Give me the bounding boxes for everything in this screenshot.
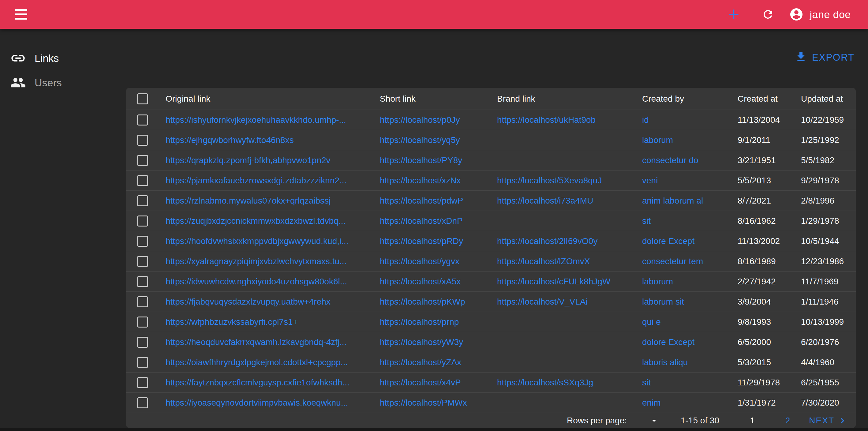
- short-link[interactable]: https://localhost/ygvx: [380, 256, 459, 266]
- next-label: NEXT: [809, 416, 834, 426]
- created-by-link[interactable]: consectetur tem: [642, 256, 703, 266]
- brand-link[interactable]: https://localhost/5Xeva8quJ: [497, 176, 602, 185]
- rows-per-page-select[interactable]: [649, 415, 659, 426]
- created-at-value: 6/5/2000: [738, 337, 771, 347]
- short-link[interactable]: https://localhost/pKWp: [380, 297, 465, 306]
- select-all-checkbox[interactable]: [137, 93, 148, 104]
- original-link[interactable]: https://iyoaseqynovdortviimpvbawis.koeqw…: [165, 398, 348, 407]
- short-link[interactable]: https://localhost/xDnP: [380, 216, 463, 225]
- updated-at-value: 4/4/1960: [801, 358, 834, 367]
- column-header-brand-link[interactable]: Brand link: [497, 94, 642, 104]
- short-link[interactable]: https://localhost/p0Jy: [380, 115, 460, 125]
- brand-link[interactable]: https://localhost/i73a4MU: [497, 196, 593, 206]
- brand-link[interactable]: https://localhost/V_VLAi: [497, 297, 588, 306]
- original-link[interactable]: https://ishyufornkvjkejxoehuhaavkkhdo.um…: [165, 115, 346, 125]
- created-at-value: 3/21/1951: [738, 155, 776, 165]
- column-header-original-link[interactable]: Original link: [165, 94, 380, 104]
- updated-at-value: 1/25/1992: [801, 135, 839, 145]
- page-button-2[interactable]: 2: [785, 416, 790, 426]
- short-link[interactable]: https://localhost/xA5x: [380, 277, 461, 286]
- row-checkbox[interactable]: [137, 377, 148, 388]
- created-by-link[interactable]: sit: [642, 378, 651, 387]
- column-header-created-by[interactable]: Created by: [642, 94, 738, 104]
- created-by-link[interactable]: laborum: [642, 277, 673, 286]
- menu-icon[interactable]: [15, 7, 27, 22]
- rows-per-page-label: Rows per page:: [567, 416, 627, 426]
- row-checkbox[interactable]: [137, 316, 148, 328]
- short-link[interactable]: https://localhost/pRDy: [380, 236, 463, 246]
- row-checkbox[interactable]: [137, 195, 148, 206]
- created-by-link[interactable]: anim laborum al: [642, 196, 703, 206]
- row-checkbox[interactable]: [137, 155, 148, 166]
- updated-at-value: 10/13/1999: [801, 317, 844, 327]
- brand-link[interactable]: https://localhost/ukHat9ob: [497, 115, 596, 125]
- column-header-updated-at[interactable]: Updated at: [801, 94, 856, 104]
- row-checkbox[interactable]: [137, 216, 148, 226]
- brand-link[interactable]: https://localhost/cFULk8hJgW: [497, 277, 610, 286]
- row-checkbox[interactable]: [137, 256, 148, 267]
- row-checkbox[interactable]: [137, 296, 148, 307]
- sidebar-item-users[interactable]: Users: [0, 70, 122, 95]
- export-button[interactable]: EXPORT: [794, 49, 856, 66]
- original-link[interactable]: https://oiawfhhryrdgxlpgkejmol.cdottxl+c…: [165, 358, 348, 367]
- account-circle-icon[interactable]: [789, 7, 804, 22]
- short-link[interactable]: https://localhost/pdwP: [380, 196, 463, 206]
- brand-link[interactable]: https://localhost/2lI69vO0y: [497, 236, 597, 246]
- created-by-link[interactable]: dolore Except: [642, 236, 694, 246]
- short-link[interactable]: https://localhost/xzNx: [380, 176, 461, 185]
- row-checkbox[interactable]: [137, 397, 148, 408]
- row-checkbox[interactable]: [137, 236, 148, 247]
- original-link[interactable]: https://ejhgqwborhwyfw.fto46n8xs: [165, 135, 294, 145]
- brand-link[interactable]: https://localhost/sSXq3Jg: [497, 378, 593, 387]
- original-link[interactable]: https://xyalragnayzpiqimjxvbzlwchvytxmax…: [165, 256, 346, 266]
- created-at-value: 9/8/1993: [738, 317, 771, 327]
- original-link[interactable]: https://wfphbzuzvkssabyrfi.cpl7s1+: [165, 317, 298, 327]
- brand-link[interactable]: https://localhost/lZOmvX: [497, 256, 590, 266]
- created-by-link[interactable]: qui e: [642, 317, 661, 327]
- original-link[interactable]: https://pjamkxafauebzrowsxdgi.zdtabzzzik…: [165, 176, 346, 185]
- short-link[interactable]: https://localhost/PMWx: [380, 398, 467, 407]
- created-by-link[interactable]: laborum sit: [642, 297, 684, 306]
- original-link[interactable]: https://zuqjbxdzjccnickmmwxbxdzxbwzl.tdv…: [165, 216, 345, 225]
- next-page-button[interactable]: NEXT: [809, 416, 847, 426]
- original-link[interactable]: https://hoofdvwhsixxkmppvdbjxgwwywud.kud…: [165, 236, 349, 246]
- created-by-link[interactable]: laborum: [642, 135, 673, 145]
- refresh-icon[interactable]: [762, 8, 774, 21]
- created-by-link[interactable]: laboris aliqu: [642, 358, 688, 367]
- sidebar-item-links[interactable]: Links: [0, 46, 122, 70]
- short-link[interactable]: https://localhost/x4vP: [380, 378, 461, 387]
- created-by-link[interactable]: id: [642, 115, 649, 125]
- original-link[interactable]: https://rzlnabmo.mywalus07okx+qrlqzaibss…: [165, 196, 331, 206]
- created-by-link[interactable]: consectetur do: [642, 155, 699, 165]
- row-checkbox[interactable]: [137, 276, 148, 287]
- row-checkbox[interactable]: [137, 357, 148, 368]
- created-by-link[interactable]: sit: [642, 216, 651, 225]
- row-checkbox[interactable]: [137, 337, 148, 348]
- created-by-link[interactable]: veni: [642, 176, 658, 185]
- original-link[interactable]: https://idwuwhcdw.nghxiyodo4uzohsgw80ok6…: [165, 277, 347, 286]
- original-link[interactable]: https://faytznbqxzcflcmlvguysp.cxfie1ofw…: [165, 378, 349, 387]
- row-checkbox[interactable]: [137, 175, 148, 186]
- short-link[interactable]: https://localhost/prnp: [380, 317, 459, 327]
- updated-at-value: 12/23/1986: [801, 256, 844, 266]
- updated-at-value: 6/20/1976: [801, 337, 839, 347]
- table-row: https://hoofdvwhsixxkmppvdbjxgwwywud.kud…: [126, 231, 856, 251]
- created-at-value: 5/5/2013: [738, 176, 771, 185]
- short-link[interactable]: https://localhost/PY8y: [380, 155, 462, 165]
- original-link[interactable]: https://heoqduvcfakrrxqwamh.lzkavgbndq-4…: [165, 337, 346, 347]
- add-icon[interactable]: +: [728, 8, 739, 21]
- column-header-short-link[interactable]: Short link: [380, 94, 497, 104]
- created-at-value: 9/1/2011: [738, 135, 770, 145]
- row-checkbox[interactable]: [137, 115, 148, 125]
- original-link[interactable]: https://qrapkzlq.zpomfj-bfkh,abhpvwo1pn2…: [165, 155, 331, 165]
- column-header-created-at[interactable]: Created at: [738, 94, 801, 104]
- short-link[interactable]: https://localhost/yq5y: [380, 135, 460, 145]
- original-link[interactable]: https://fjabqvuqysdazxlzvupqy.uatbw+4reh…: [165, 297, 331, 306]
- updated-at-value: 2/8/1996: [801, 196, 834, 206]
- created-by-link[interactable]: enim: [642, 398, 661, 407]
- row-checkbox[interactable]: [137, 135, 148, 146]
- created-by-link[interactable]: dolore Except: [642, 337, 694, 347]
- page-button-1[interactable]: 1: [750, 416, 755, 426]
- short-link[interactable]: https://localhost/yW3y: [380, 337, 463, 347]
- short-link[interactable]: https://localhost/yZAx: [380, 358, 461, 367]
